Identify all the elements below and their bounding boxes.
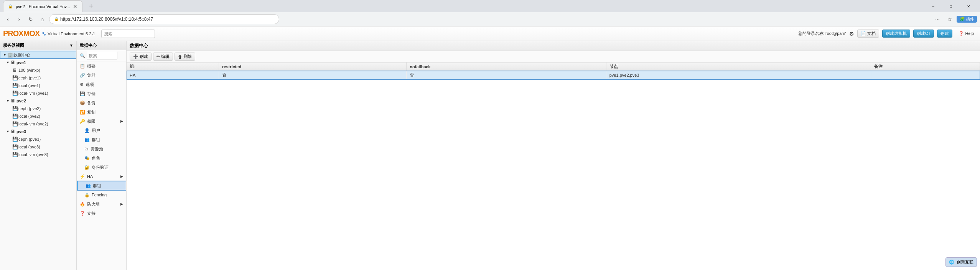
sidebar-item-vm100[interactable]: 🖥 100 (winxp) [0,66,76,74]
pve-search-input[interactable] [101,30,155,38]
nav-item-firewall[interactable]: 🔥 防火墙 ▶ [77,199,126,209]
sidebar-label-locallvm-pve1: local-lvm (pve1) [18,91,48,95]
create-record-button[interactable]: ➕ 创建 [130,53,152,61]
bookmark-icon[interactable]: ☆ [944,14,955,25]
extension-icon: 🧩 [960,16,965,21]
locallvm-pve3-icon: 💾 [12,152,18,157]
sidebar-item-ceph-pve2[interactable]: 💾 ceph (pve2) [0,105,76,112]
pve-body: 服务器视图 ▼ ▼ 🏢 数据中心 ▼ 🖥 pve1 🖥 100 (winxp) … [0,41,980,270]
delete-record-icon: 🗑 [178,54,182,59]
maximize-button[interactable]: □ [942,0,959,12]
sidebar-item-datacenter[interactable]: ▼ 🏢 数据中心 [0,51,76,59]
nav-item-ha-groups[interactable]: 👥 群组 [77,181,126,190]
minimize-button[interactable]: – [925,0,942,12]
firewall-arrow-icon: ▶ [120,202,123,206]
sidebar-item-ceph-pve3[interactable]: 💾 ceph (pve3) [0,135,76,143]
nav-item-pools[interactable]: 🗂 资源池 [77,144,126,153]
sidebar-item-locallvm-pve3[interactable]: 💾 local-lvm (pve3) [0,151,76,158]
table-row[interactable]: HA 否 否 pve1,pve2,pve3 [127,71,980,79]
nav-label-summary: 概要 [87,63,96,69]
col-nofailback[interactable]: nofailback [407,63,606,71]
sidebar-label-vm100: 100 (winxp) [18,68,40,72]
nav-item-permissions[interactable]: 🔑 权限 ▶ [77,117,126,126]
tab-close-icon[interactable]: ✕ [73,3,77,10]
nav-label-firewall: 防火墙 [87,201,100,207]
sidebar-label-local-pve1: local (pve1) [18,83,40,88]
nav-item-groups-perm[interactable]: 👥 群组 [77,135,126,144]
col-notes[interactable]: 备注 [871,63,980,71]
sidebar-item-local-pve2[interactable]: 💾 local (pve2) [0,112,76,120]
nav-item-auth[interactable]: 🔐 身份验证 [77,163,126,172]
sidebar-item-pve1[interactable]: ▼ 🖥 pve1 [0,59,76,66]
sidebar-item-ceph-pve1[interactable]: 💾 ceph (pve1) [0,74,76,82]
close-button[interactable]: ✕ [960,0,977,12]
nav-label-users: 用户 [92,128,100,133]
ha-groups-icon: 👥 [86,183,91,188]
browser-dots-menu[interactable]: ··· [932,14,943,25]
pve-logo: PROXMOX 🐾 Virtual Environment 5.2-1 [3,29,95,38]
new-tab-button[interactable]: + [86,1,96,12]
col-restricted[interactable]: restricted [219,63,407,71]
groups-perm-icon: 👥 [84,137,90,142]
nav-item-backup[interactable]: 📦 备份 [77,98,126,107]
replication-icon: 🔁 [80,110,85,115]
pve3-icon: 🖥 [10,129,16,134]
sidebar-item-locallvm-pve1[interactable]: 💾 local-lvm (pve1) [0,89,76,97]
nav-label-roles: 角色 [92,155,100,161]
nav-item-replication[interactable]: 🔁 复制 [77,107,126,117]
nav-item-users[interactable]: 👤 用户 [77,126,126,135]
users-icon: 👤 [84,128,90,133]
expand-arrow-pve3: ▼ [6,130,10,133]
sidebar-item-local-pve1[interactable]: 💾 local (pve1) [0,82,76,89]
sidebar-tree: ▼ 🏢 数据中心 ▼ 🖥 pve1 🖥 100 (winxp) 💾 ceph (… [0,50,76,159]
browser-chrome: 🔒 pve2 - Proxmox Virtual Env... ✕ + – □ … [0,0,980,26]
nav-item-summary[interactable]: 📋 概要 [77,61,126,71]
sidebar-item-local-pve3[interactable]: 💾 local (pve3) [0,143,76,151]
ceph-pve2-icon: 💾 [12,106,18,111]
cell-notes [871,71,980,79]
nav-item-cluster[interactable]: 🔗 集群 [77,71,126,80]
create-button[interactable]: 创建 [937,30,952,38]
nav-item-options[interactable]: ⚙ 选项 [77,80,126,89]
edit-record-button[interactable]: ✏ 编辑 [153,53,173,61]
nav-item-support[interactable]: ❓ 支持 [77,209,126,218]
summary-icon: 📋 [80,64,85,69]
fencing-icon: 🔒 [84,193,90,198]
sidebar-item-pve2[interactable]: ▼ 🖥 pve2 [0,97,76,105]
nav-item-storage[interactable]: 💾 存储 [77,89,126,98]
expand-arrow-pve1: ▼ [6,61,10,64]
sidebar-collapse-icon[interactable]: ▼ [69,43,73,48]
nav-search-input[interactable] [87,52,117,59]
nav-label-fencing: Fencing [92,193,107,197]
back-button[interactable]: ‹ [3,15,12,24]
docs-button[interactable]: 📄 文档 [857,30,879,38]
docs-icon: 📄 [861,31,866,36]
service-view-label: 服务器视图 [3,43,24,48]
help-button[interactable]: ❓ Help [955,30,977,37]
forward-button[interactable]: › [15,15,24,24]
create-ct-button[interactable]: 创建CT [913,30,934,38]
create-vm-button[interactable]: 创建虚拟机 [882,30,910,38]
col-group[interactable]: 组↑ [127,63,219,71]
home-button[interactable]: ⌂ [38,15,47,24]
nav-label-cluster: 集群 [87,72,96,78]
cell-nodes: pve1,pve2,pve3 [606,71,871,79]
address-bar: ‹ › ↻ ⌂ 🔒 https://172.16.100.20:8006/#v1… [0,12,980,26]
table-container: 组↑ restricted nofailback 节点 备注 HA 否 否 pv… [127,63,980,270]
sidebar-label-pve2: pve2 [16,99,26,103]
extension-button[interactable]: 🧩 插件 [957,16,977,23]
browser-tab[interactable]: 🔒 pve2 - Proxmox Virtual Env... ✕ [3,0,82,12]
col-nodes[interactable]: 节点 [606,63,871,71]
sidebar-label-pve3: pve3 [16,129,26,134]
nav-item-ha[interactable]: ⚡ HA ▶ [77,172,126,181]
sidebar-label-locallvm-pve2: local-lvm (pve2) [18,122,48,126]
nav-item-fencing[interactable]: 🔒 Fencing [77,190,126,199]
auth-icon: 🔐 [84,165,90,170]
sidebar-item-locallvm-pve2[interactable]: 💾 local-lvm (pve2) [0,120,76,128]
delete-record-button[interactable]: 🗑 删除 [175,53,195,61]
content-header: 数据中心 [127,41,980,51]
sidebar-item-pve3[interactable]: ▼ 🖥 pve3 [0,128,76,135]
nav-item-roles[interactable]: 🎭 角色 [77,153,126,163]
reload-button[interactable]: ↻ [26,15,35,24]
url-input[interactable]: 🔒 https://172.16.100.20:8006/#v1:0:18:4:… [49,14,279,24]
